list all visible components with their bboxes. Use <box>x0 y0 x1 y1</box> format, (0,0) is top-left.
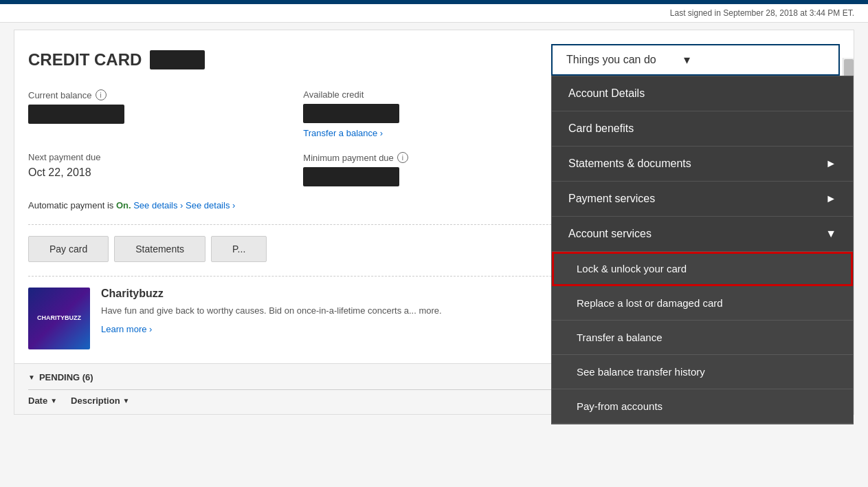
transfer-balance-label: Transfer a balance <box>577 332 663 343</box>
dropdown-item-pay-from[interactable]: Pay-from accounts <box>552 389 853 424</box>
transfer-balance-link[interactable]: Transfer a balance › <box>303 128 383 138</box>
available-credit-item: Available credit Transfer a balance › <box>303 89 564 138</box>
page-title: CREDIT CARD <box>28 50 142 69</box>
dropdown-item-lock-unlock-card[interactable]: Lock & unlock your card <box>552 252 853 286</box>
next-payment-label: Next payment due <box>28 152 289 162</box>
last-signed-text: Last signed in September 28, 2018 at 3:4… <box>670 8 854 18</box>
charitybuzz-content: Charitybuzz Have fun and give back to wo… <box>101 288 442 334</box>
chevron-down-icon: ▾ <box>684 52 690 67</box>
dropdown-menu: Account Details Card benefits Statements… <box>551 76 854 424</box>
charitybuzz-img-text: CHARITYBUZZ <box>37 314 81 323</box>
charitybuzz-title: Charitybuzz <box>101 288 442 300</box>
see-details-link[interactable]: See details › <box>133 200 183 210</box>
credit-card-header: CREDIT CARD Things you can do ▾ Account … <box>28 44 840 76</box>
statements-button[interactable]: Statements <box>114 236 205 262</box>
replace-card-label: Replace a lost or damaged card <box>577 297 723 309</box>
next-payment-date: Oct 22, 2018 <box>28 166 289 179</box>
dropdown-item-account-services[interactable]: Account services ▼ <box>552 217 853 252</box>
charitybuzz-image: CHARITYBUZZ <box>28 288 90 349</box>
things-button-label: Things you can do <box>566 54 656 66</box>
triangle-icon: ▼ <box>28 374 35 381</box>
see-details-link-text[interactable]: See details › <box>186 200 235 210</box>
card-benefits-label: Card benefits <box>568 122 634 135</box>
available-credit-label: Available credit <box>303 89 564 100</box>
info-icon-balance[interactable]: i <box>96 89 107 100</box>
things-dropdown[interactable]: Things you can do ▾ Account Details Card… <box>551 44 840 76</box>
learn-more-link[interactable]: Learn more › <box>101 324 152 334</box>
main-container: CREDIT CARD Things you can do ▾ Account … <box>14 30 854 415</box>
min-payment-label: Minimum payment due i <box>303 152 564 163</box>
dropdown-item-statements-documents[interactable]: Statements & documents ► <box>552 147 853 182</box>
account-details-label: Account Details <box>568 87 645 100</box>
pending-header-text: PENDING (6) <box>39 372 93 382</box>
description-column-header[interactable]: Description ▼ <box>71 396 129 406</box>
min-payment-value <box>303 167 399 186</box>
pay-from-label: Pay-from accounts <box>577 400 663 412</box>
info-icon-min[interactable]: i <box>397 152 408 163</box>
dropdown-item-transfer-balance[interactable]: Transfer a balance <box>552 321 853 355</box>
dropdown-item-payment-services[interactable]: Payment services ► <box>552 182 853 217</box>
auto-payment-status: On. <box>116 200 131 210</box>
sort-down-icon: ▼ <box>50 397 57 404</box>
charitybuzz-description: Have fun and give back to worthy causes.… <box>101 304 442 318</box>
dropdown-item-card-benefits[interactable]: Card benefits <box>552 111 853 147</box>
account-services-label: Account services <box>568 228 652 240</box>
current-balance-value <box>28 105 124 124</box>
available-credit-value <box>303 104 399 123</box>
card-number-mask <box>150 50 205 69</box>
dropdown-item-account-details[interactable]: Account Details <box>552 76 853 111</box>
arrow-right-icon-2: ► <box>825 193 836 205</box>
min-payment-item: Minimum payment due i <box>303 152 564 186</box>
more-action-button[interactable]: P... <box>211 236 267 262</box>
balance-history-label: See balance transfer history <box>577 366 705 378</box>
things-button[interactable]: Things you can do ▾ <box>551 44 840 76</box>
current-balance-label: Current balance i <box>28 89 289 100</box>
credit-card-title: CREDIT CARD <box>28 50 205 69</box>
statements-documents-label: Statements & documents <box>568 158 691 170</box>
pay-card-button[interactable]: Pay card <box>28 236 109 262</box>
arrow-right-icon: ► <box>825 158 836 170</box>
next-payment-item: Next payment due Oct 22, 2018 <box>28 152 289 186</box>
arrow-down-icon: ▼ <box>825 228 836 240</box>
date-column-header[interactable]: Date ▼ <box>28 396 57 406</box>
payment-services-label: Payment services <box>568 193 655 205</box>
lock-unlock-label: Lock & unlock your card <box>577 263 687 274</box>
current-balance-item: Current balance i <box>28 89 289 138</box>
dropdown-item-balance-history[interactable]: See balance transfer history <box>552 355 853 389</box>
dropdown-item-replace-card[interactable]: Replace a lost or damaged card <box>552 286 853 321</box>
sort-down-icon-2: ▼ <box>123 397 130 404</box>
last-signed-bar: Last signed in September 28, 2018 at 3:4… <box>0 4 868 23</box>
